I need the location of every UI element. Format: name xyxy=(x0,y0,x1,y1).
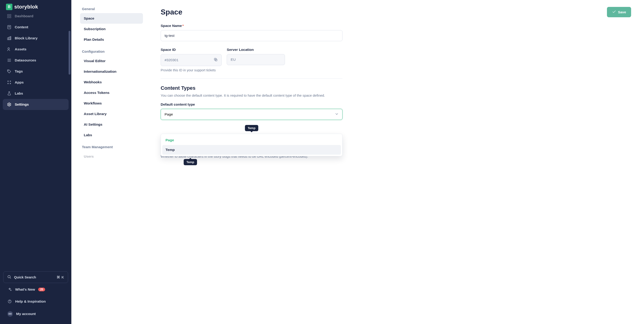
svg-point-14 xyxy=(8,70,8,71)
svg-rect-2 xyxy=(8,16,9,18)
save-button[interactable]: Save xyxy=(607,7,631,17)
help-label: Help & Inspiration xyxy=(15,300,46,304)
nav-list: Dashboard Content Block Library Assets xyxy=(0,12,71,112)
assets-icon xyxy=(7,47,12,52)
field-server-location: Server Location EU xyxy=(227,48,285,72)
svg-point-15 xyxy=(8,81,8,82)
my-account[interactable]: RR My account xyxy=(3,308,68,320)
subnav-item-labs[interactable]: Labs xyxy=(80,130,143,140)
field-space-id: Space ID #320301 Provide this ID in your… xyxy=(161,48,222,72)
dropdown-option-temp[interactable]: Temp xyxy=(162,145,341,155)
tooltip-temp-bottom: Temp xyxy=(184,159,197,165)
whats-new-badge: 25 xyxy=(38,288,45,291)
required-marker: * xyxy=(182,24,184,28)
sidebar-item-label: Dashboard xyxy=(15,14,33,18)
svg-point-16 xyxy=(10,81,10,82)
sidebar-item-label: Block Library xyxy=(15,36,38,40)
sidebar-item-label: Settings xyxy=(15,102,29,106)
sidebar-item-labs[interactable]: Labs xyxy=(3,88,68,99)
server-location-value: EU xyxy=(227,54,285,65)
whats-new-label: What's New xyxy=(15,288,35,292)
quick-search[interactable]: Quick Search ⌘ K xyxy=(3,271,68,283)
field-default-content-type: Default content type Temp Page Temp Temp xyxy=(161,102,342,120)
content-type-dropdown: Page Temp xyxy=(161,134,342,156)
copy-icon[interactable] xyxy=(214,58,218,62)
content-icon xyxy=(7,25,12,30)
help-inspiration[interactable]: Help & Inspiration xyxy=(3,296,68,307)
space-id-text: #320301 xyxy=(164,58,178,62)
subnav-item-users[interactable]: Users xyxy=(80,151,143,162)
sidebar-item-settings[interactable]: Settings xyxy=(3,99,68,110)
tags-icon xyxy=(7,69,12,74)
settings-icon xyxy=(7,102,12,107)
sidebar-item-label: Content xyxy=(15,25,28,29)
search-icon xyxy=(7,275,11,280)
sidebar-item-dashboard[interactable]: Dashboard xyxy=(3,12,68,22)
whats-new[interactable]: What's New 25 xyxy=(3,284,68,295)
default-content-type-input[interactable] xyxy=(161,109,342,120)
section-divider xyxy=(161,78,342,79)
dropdown-option-page[interactable]: Page xyxy=(162,135,341,145)
subnav-item-access-tokens[interactable]: Access Tokens xyxy=(80,88,143,98)
logo-type: storyblok xyxy=(14,4,38,10)
svg-rect-7 xyxy=(8,38,9,40)
sidebar-scrollbar-thumb[interactable] xyxy=(68,31,70,74)
subnav-item-workflows[interactable]: Workflows xyxy=(80,98,143,108)
sidebar-item-tags[interactable]: Tags xyxy=(3,66,68,77)
sidebar-item-label: Labs xyxy=(15,91,23,96)
subnav-item-visual-editor[interactable]: Visual Editor xyxy=(80,56,143,66)
subnav-group-label: Team Management xyxy=(80,140,143,151)
sidebar-item-datasources[interactable]: Datasources xyxy=(3,55,68,66)
sidebar-item-label: Apps xyxy=(15,80,24,84)
space-id-help: Provide this ID in your support tickets xyxy=(161,68,222,72)
subnav-group-label: General xyxy=(80,6,143,13)
quick-search-shortcut: ⌘ K xyxy=(56,275,64,279)
labs-icon xyxy=(7,91,12,96)
svg-line-21 xyxy=(10,278,10,278)
space-id-value: #320301 xyxy=(161,54,222,66)
sidebar-item-apps[interactable]: Apps xyxy=(3,77,68,88)
tooltip-temp-top: Temp xyxy=(245,125,258,131)
subnav-item-asset-library[interactable]: Asset Library xyxy=(80,108,143,119)
space-name-label-text: Space Name xyxy=(161,24,182,28)
avatar: RR xyxy=(7,311,13,317)
sidebar-scrollbar[interactable] xyxy=(68,26,70,210)
svg-point-18 xyxy=(10,83,10,84)
space-name-input[interactable] xyxy=(161,30,342,41)
subnav-item-webhooks[interactable]: Webhooks xyxy=(80,77,143,88)
default-content-type-label: Default content type xyxy=(161,102,342,106)
server-location-label: Server Location xyxy=(227,48,285,52)
content-types-title: Content Types xyxy=(161,85,631,91)
subnav-group-label: Configuration xyxy=(80,45,143,56)
row-space-id-location: Space ID #320301 Provide this ID in your… xyxy=(161,48,285,72)
subnav-item-internationalization[interactable]: Internationalization xyxy=(80,66,143,77)
quick-search-label: Quick Search xyxy=(14,275,36,279)
sidebar-item-label: Assets xyxy=(15,47,26,51)
sidebar-item-block-library[interactable]: Block Library xyxy=(3,33,68,44)
datasources-icon xyxy=(7,58,12,62)
sparkle-icon xyxy=(7,287,12,292)
help-icon xyxy=(7,299,12,304)
blocks-icon xyxy=(7,36,12,40)
content-types-desc: You can choose the default content type.… xyxy=(161,94,342,97)
brand[interactable]: B storyblok xyxy=(0,0,71,12)
subnav-item-space[interactable]: Space xyxy=(80,13,143,24)
svg-rect-0 xyxy=(8,14,9,16)
svg-point-17 xyxy=(8,83,8,84)
settings-subnav: General Space Subscription Plan Details … xyxy=(71,0,150,324)
check-icon xyxy=(612,10,616,14)
svg-rect-3 xyxy=(10,16,11,18)
field-space-name: Space Name* xyxy=(161,24,342,41)
subnav-item-plan-details[interactable]: Plan Details xyxy=(80,34,143,45)
apps-icon xyxy=(7,80,12,85)
svg-rect-1 xyxy=(10,14,11,16)
sidebar-bottom: Quick Search ⌘ K What's New 25 Help & In… xyxy=(0,270,71,324)
dashboard-icon xyxy=(7,14,12,18)
logo-mark-icon: B xyxy=(6,4,12,10)
svg-point-10 xyxy=(8,48,10,49)
sidebar-item-assets[interactable]: Assets xyxy=(3,44,68,55)
space-id-label: Space ID xyxy=(161,48,222,52)
sidebar-item-content[interactable]: Content xyxy=(3,22,68,33)
subnav-item-ai-settings[interactable]: AI Settings xyxy=(80,119,143,130)
subnav-item-subscription[interactable]: Subscription xyxy=(80,24,143,34)
